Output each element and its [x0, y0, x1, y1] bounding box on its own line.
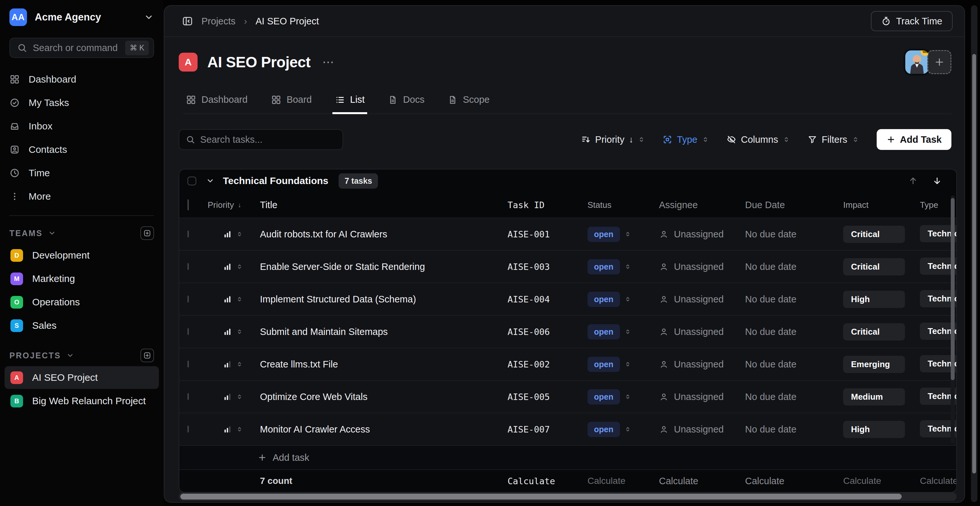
sidebar-item-contacts[interactable]: Contacts	[0, 138, 164, 161]
impact-badge[interactable]: Emerging	[843, 356, 905, 373]
project-menu-button[interactable]: ⋯	[322, 59, 335, 65]
filters-control[interactable]: Filters	[807, 134, 859, 145]
tab-scope[interactable]: Scope	[445, 94, 492, 114]
workspace-switcher[interactable]: AA Acme Agency	[0, 0, 164, 26]
column-header-due-date[interactable]: Due Date	[737, 200, 835, 211]
footer-calculate[interactable]: Calculate	[835, 476, 913, 486]
sidebar-item-more[interactable]: More	[0, 185, 164, 208]
due-date-cell[interactable]: No due date	[737, 359, 835, 370]
type-cell[interactable]: Technical Foundations	[913, 225, 957, 244]
task-search-input[interactable]	[200, 134, 336, 145]
tab-list[interactable]: List	[332, 94, 367, 114]
priority-cell[interactable]	[204, 392, 251, 402]
status-badge[interactable]: open	[587, 227, 620, 242]
row-checkbox[interactable]	[188, 263, 189, 270]
impact-cell[interactable]: Critical	[835, 258, 913, 275]
projects-header-label[interactable]: PROJECTS	[10, 351, 61, 360]
add-task-button[interactable]: Add Task	[877, 129, 951, 150]
track-time-button[interactable]: Track Time	[871, 11, 953, 31]
tab-dashboard[interactable]: Dashboard	[183, 94, 250, 114]
row-checkbox[interactable]	[188, 361, 189, 367]
type-cell[interactable]: Technical Foundations	[913, 257, 957, 276]
impact-cell[interactable]: High	[835, 421, 913, 438]
type-cell[interactable]: Technical Foundations	[913, 420, 957, 439]
due-date-cell[interactable]: No due date	[737, 327, 835, 337]
add-member-button[interactable]	[928, 50, 951, 74]
team-item-development[interactable]: DDevelopment	[5, 244, 159, 267]
sidebar-item-my-tasks[interactable]: My Tasks	[0, 91, 164, 115]
add-project-button[interactable]	[140, 349, 154, 362]
type-cell[interactable]: Technical Foundations	[913, 322, 957, 341]
teams-header-label[interactable]: TEAMS	[10, 228, 43, 238]
member-avatar[interactable]	[905, 50, 929, 74]
due-date-cell[interactable]: No due date	[737, 229, 835, 239]
sidebar-item-time[interactable]: Time	[0, 161, 164, 185]
window-vertical-scrollbar-thumb[interactable]	[972, 54, 976, 474]
task-title[interactable]: Submit and Maintain Sitemaps	[251, 327, 502, 337]
project-item-big-web-relaunch-project[interactable]: BBig Web Relaunch Project	[5, 389, 159, 412]
column-header-impact[interactable]: Impact	[835, 200, 913, 210]
sort-control[interactable]: Priority ↓	[581, 134, 645, 145]
tab-board[interactable]: Board	[268, 94, 314, 114]
due-date-cell[interactable]: No due date	[737, 262, 835, 272]
group-by-control[interactable]: Type	[663, 134, 709, 145]
footer-calculate[interactable]: Calculate	[913, 476, 957, 486]
due-date-cell[interactable]: No due date	[737, 391, 835, 402]
assignee-cell[interactable]: Unassigned	[651, 229, 737, 239]
horizontal-scrollbar[interactable]	[179, 492, 957, 501]
assignee-cell[interactable]: Unassigned	[651, 359, 737, 370]
team-item-operations[interactable]: OOperations	[5, 291, 159, 313]
impact-cell[interactable]: Critical	[835, 323, 913, 340]
impact-cell[interactable]: Emerging	[835, 356, 913, 373]
status-cell[interactable]: open	[580, 292, 651, 307]
table-vertical-scrollbar[interactable]	[951, 195, 955, 443]
window-vertical-scrollbar[interactable]	[971, 5, 977, 502]
columns-control[interactable]: Columns	[727, 134, 789, 145]
assignee-cell[interactable]: Unassigned	[651, 262, 737, 272]
impact-badge[interactable]: High	[843, 291, 905, 308]
task-title[interactable]: Implement Structured Data (Schema)	[251, 294, 502, 305]
assignee-cell[interactable]: Unassigned	[651, 294, 737, 305]
priority-cell[interactable]	[204, 262, 251, 271]
select-all-checkbox[interactable]	[188, 200, 189, 211]
column-header-title[interactable]: Title	[251, 200, 502, 211]
impact-badge[interactable]: High	[843, 421, 905, 438]
priority-cell[interactable]	[204, 229, 251, 239]
sidebar-item-inbox[interactable]: Inbox	[0, 115, 164, 138]
type-cell[interactable]: Technical Foundations	[913, 290, 957, 309]
status-cell[interactable]: open	[580, 422, 651, 437]
impact-badge[interactable]: Medium	[843, 388, 905, 405]
chevron-down-icon[interactable]	[206, 177, 215, 185]
impact-cell[interactable]: High	[835, 291, 913, 308]
footer-calculate[interactable]: Calculate	[502, 476, 580, 486]
priority-cell[interactable]	[204, 425, 251, 434]
footer-calculate[interactable]: Calculate	[651, 476, 737, 487]
global-search[interactable]: ⌘ K	[10, 38, 154, 58]
tab-docs[interactable]: Docs	[385, 94, 427, 114]
impact-cell[interactable]: Medium	[835, 388, 913, 405]
column-header-priority[interactable]: Priority↓	[204, 200, 251, 210]
status-badge[interactable]: open	[587, 389, 620, 405]
assignee-cell[interactable]: Unassigned	[651, 391, 737, 402]
status-badge[interactable]: open	[587, 357, 620, 372]
arrow-down-icon[interactable]	[932, 176, 942, 186]
column-header-status[interactable]: Status	[580, 200, 651, 210]
task-title[interactable]: Create llms.txt File	[251, 359, 502, 370]
impact-badge[interactable]: Critical	[843, 258, 905, 275]
type-cell[interactable]: Technical Foundations	[913, 388, 957, 406]
due-date-cell[interactable]: No due date	[737, 424, 835, 435]
global-search-input[interactable]	[33, 43, 119, 53]
priority-cell[interactable]	[204, 294, 251, 304]
footer-calculate[interactable]: Calculate	[737, 476, 835, 487]
status-badge[interactable]: open	[587, 259, 620, 275]
status-cell[interactable]: open	[580, 324, 651, 340]
table-vertical-scrollbar-thumb[interactable]	[951, 198, 955, 380]
status-badge[interactable]: open	[587, 324, 620, 340]
due-date-cell[interactable]: No due date	[737, 294, 835, 305]
sidebar-collapse-icon[interactable]	[182, 16, 193, 27]
task-title[interactable]: Audit robots.txt for AI Crawlers	[251, 229, 502, 239]
status-cell[interactable]: open	[580, 357, 651, 372]
status-badge[interactable]: open	[587, 292, 620, 307]
team-item-sales[interactable]: SSales	[5, 314, 159, 337]
footer-calculate[interactable]: Calculate	[580, 476, 651, 486]
